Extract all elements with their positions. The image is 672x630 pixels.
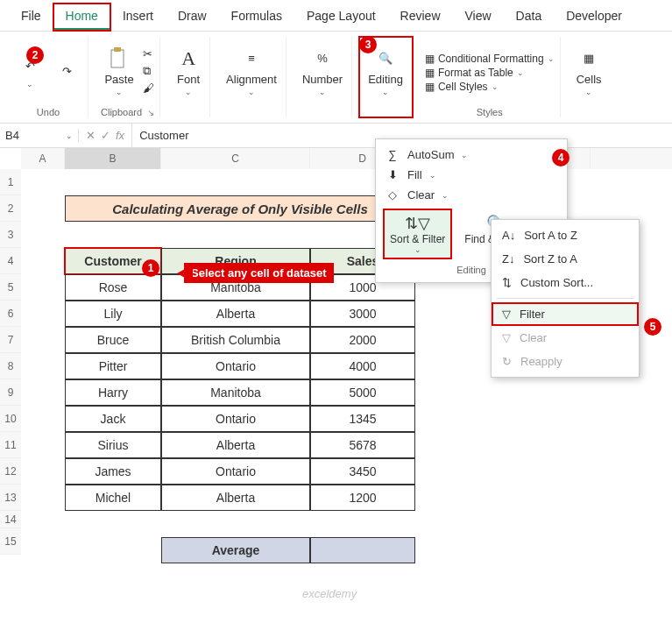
table-cell[interactable]: Lily [65,301,161,327]
rowhead-2[interactable]: 2 [0,195,21,222]
cancel-icon[interactable]: ✕ [86,129,95,142]
alignment-icon: ≡ [239,46,264,71]
conditional-formatting-button[interactable]: ▦Conditional Formatting⌄ [425,53,555,65]
tab-formulas[interactable]: Formulas [219,4,294,31]
table-cell[interactable]: Bruce [65,327,161,353]
row-headers: 123456789101112131415 [0,169,21,555]
tab-insert[interactable]: Insert [110,4,166,31]
badge-1: 1 [142,259,159,277]
filter-icon: ▽ [502,308,511,321]
group-number: % Number⌄ [294,37,352,117]
table-cell[interactable]: 1345 [310,406,415,432]
table-cell[interactable]: Ontario [161,458,310,485]
rowhead-5[interactable]: 5 [0,274,21,301]
table-cell[interactable]: 5678 [310,432,415,458]
dataset-title: Calculating Average of Only Visible Cell… [65,195,415,222]
autosum-item[interactable]: ∑AutoSum⌄ [376,145,567,165]
table-cell[interactable]: Harry [65,379,161,406]
formula-bar: B4⌄ ✕ ✓ fx Customer [0,124,672,148]
enter-icon[interactable]: ✓ [101,129,110,142]
rowhead-1[interactable]: 1 [0,169,21,195]
table-cell[interactable]: 2000 [310,327,415,353]
reapply-item[interactable]: ↻Reapply [492,350,639,373]
format-as-table-button[interactable]: ▦Format as Table⌄ [425,67,555,79]
format-painter-icon[interactable]: 🖌 [143,81,154,95]
rowhead-11[interactable]: 11 [0,432,21,458]
colhead-c[interactable]: C [161,148,310,169]
rowhead-10[interactable]: 10 [0,406,21,432]
rowhead-13[interactable]: 13 [0,485,21,511]
alignment-label: Alignment [226,73,277,86]
clear-filter-icon: ▽ [502,331,511,344]
tab-developer[interactable]: Developer [554,4,634,31]
rowhead-14[interactable]: 14 [0,511,21,528]
cells-button[interactable]: ▦ Cells⌄ [573,45,605,98]
table-icon: ▦ [425,67,435,79]
paste-button[interactable]: Paste⌄ [101,45,137,98]
copy-icon[interactable]: ⧉ [143,64,154,78]
sort-filter-button[interactable]: ⇅▽ Sort & Filter⌄ [385,210,450,258]
table-cell[interactable]: Michel [65,485,161,511]
rowhead-7[interactable]: 7 [0,327,21,353]
table-cell[interactable]: 3000 [310,301,415,327]
number-button[interactable]: % Number⌄ [299,45,346,98]
clear-item[interactable]: ◇Clear⌄ [376,185,567,205]
cell-styles-button[interactable]: ▦Cell Styles⌄ [425,81,555,93]
table-cell[interactable]: Jack [65,406,161,432]
rowhead-8[interactable]: 8 [0,353,21,379]
redo-button[interactable]: ↷ [51,57,82,85]
average-value[interactable] [310,537,415,563]
tab-review[interactable]: Review [388,4,453,31]
rowhead-4[interactable]: 4 [0,248,21,274]
clear-filter-item[interactable]: ▽Clear [492,326,639,350]
table-cell[interactable]: 4000 [310,353,415,379]
table-cell[interactable]: Manitoba [161,379,310,406]
group-cells: ▦ Cells⌄ [568,37,611,117]
filter-item[interactable]: ▽Filter [492,302,639,326]
table-cell[interactable]: Alberta [161,301,310,327]
table-cell[interactable]: Ontario [161,406,310,432]
alignment-button[interactable]: ≡ Alignment⌄ [223,45,280,98]
sort-filter-menu: A↓Sort A to Z Z↓Sort Z to A ⇅Custom Sort… [491,219,640,378]
table-cell[interactable]: 3450 [310,458,415,485]
sort-az-item[interactable]: A↓Sort A to Z [492,223,639,247]
rowhead-12[interactable]: 12 [0,458,21,485]
callout-select-cell: Select any cell of dataset [184,263,334,283]
eraser-icon: ◇ [385,188,400,202]
tab-home[interactable]: Home [53,4,110,31]
table-cell[interactable]: 1200 [310,485,415,511]
font-button[interactable]: A Font⌄ [173,45,204,98]
rowhead-15[interactable]: 15 [0,528,21,555]
rowhead-6[interactable]: 6 [0,301,21,327]
tab-file[interactable]: File [9,4,53,31]
cut-icon[interactable]: ✂ [143,47,154,60]
sort-za-item[interactable]: Z↓Sort Z to A [492,247,639,271]
reapply-icon: ↻ [502,355,512,368]
fx-icon[interactable]: fx [116,129,124,142]
sort-az-icon: A↓ [502,229,515,242]
table-cell[interactable]: Alberta [161,432,310,458]
tab-view[interactable]: View [453,4,504,31]
tab-page-layout[interactable]: Page Layout [294,4,388,31]
tab-data[interactable]: Data [504,4,555,31]
table-cell[interactable]: Alberta [161,485,310,511]
cells-icon: ▦ [577,46,601,71]
table-cell[interactable]: Sirius [65,432,161,458]
clipboard-label: Clipboard [101,107,142,117]
svg-rect-1 [114,47,121,52]
fill-item[interactable]: ⬇Fill⌄ [376,165,567,185]
table-cell[interactable]: Pitter [65,353,161,379]
table-cell[interactable]: Rose [65,274,161,301]
colhead-a[interactable]: A [21,148,65,169]
name-box[interactable]: B4⌄ [0,129,79,142]
colhead-b[interactable]: B [65,148,161,169]
rowhead-3[interactable]: 3 [0,222,21,248]
clipboard-launcher-icon[interactable]: ↘ [147,108,154,117]
table-cell[interactable]: James [65,458,161,485]
rowhead-9[interactable]: 9 [0,379,21,406]
table-cell[interactable]: British Columbia [161,327,310,353]
table-cell[interactable]: 5000 [310,379,415,406]
tab-draw[interactable]: Draw [166,4,219,31]
custom-sort-item[interactable]: ⇅Custom Sort... [492,271,639,294]
table-cell[interactable]: Ontario [161,353,310,379]
